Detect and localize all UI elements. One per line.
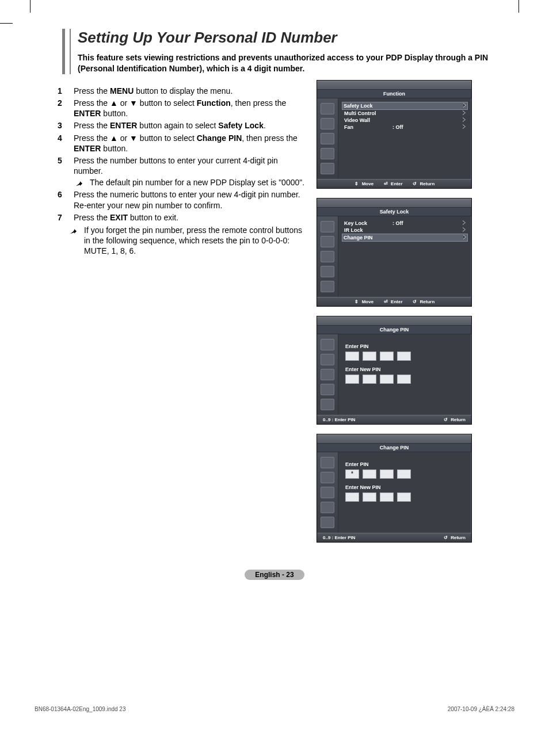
step-2: 2 Press the ▲ or ▼ button to select Func… xyxy=(58,98,305,119)
menu-icon xyxy=(321,266,334,277)
osd-menu-list: Key Lock: Off IR Lock Change PIN xyxy=(338,216,471,297)
arrow-right-icon xyxy=(463,227,466,233)
osd-titlebar xyxy=(317,198,471,208)
pin-digit-box xyxy=(397,469,411,479)
footer-return: ↺Return xyxy=(443,535,466,540)
pin-digit-box xyxy=(380,492,394,502)
indd-filename: BN68-01364A-02Eng_1009.indd 23 xyxy=(35,706,125,712)
footer-enter: ⏎Enter xyxy=(383,181,402,186)
return-icon: ↺ xyxy=(443,535,448,540)
tail-note: If you forget the pin number, press the … xyxy=(58,225,305,257)
pin-digit-box xyxy=(345,492,359,502)
intro-blurb: This feature sets viewing restrictions a… xyxy=(78,52,514,74)
menu-icon xyxy=(321,384,334,395)
menu-icon xyxy=(321,236,334,247)
osd-header: Change PIN xyxy=(317,326,471,334)
steps-list: 1 Press the MENU button to display the m… xyxy=(58,86,305,223)
enter-icon: ⏎ xyxy=(383,299,388,304)
enter-new-pin-boxes xyxy=(345,492,467,502)
pin-digit-box xyxy=(363,375,376,384)
step-5-note: The default pin number for a new PDP Dis… xyxy=(74,177,305,188)
enter-pin-boxes: * xyxy=(345,469,467,479)
enter-icon: ⏎ xyxy=(383,181,388,186)
timestamp: 2007-10-09 ¿ÀÈÄ 2:24:28 xyxy=(448,706,514,712)
osd-footer: 0..9 : Enter PIN ↺Return xyxy=(317,415,471,424)
instructions-column: 1 Press the MENU button to display the m… xyxy=(58,80,305,552)
updown-icon: ⇕ xyxy=(354,181,360,186)
pin-digit-box xyxy=(345,352,359,361)
osd-footer: ⇕Move ⏎Enter ↺Return xyxy=(317,297,471,306)
pin-digit-box xyxy=(363,469,376,479)
footer-enter-pin: 0..9 : Enter PIN xyxy=(323,417,355,422)
pin-digit-box xyxy=(397,492,411,502)
osd-titlebar xyxy=(317,81,471,90)
menu-item-safety-lock: Safety Lock xyxy=(342,102,468,110)
footer-return: ↺Return xyxy=(443,417,466,422)
menu-icon xyxy=(321,517,334,528)
step-4: 4 Press the ▲ or ▼ button to select Chan… xyxy=(58,133,305,154)
step-7: 7 Press the EXIT button to exit. xyxy=(58,212,305,223)
osd-icon-column xyxy=(317,216,338,297)
osd-titlebar xyxy=(317,434,471,444)
osd-header: Change PIN xyxy=(317,444,471,452)
footer-move: ⇕Move xyxy=(354,181,373,186)
pin-digit-box xyxy=(380,469,394,479)
pin-digit-box xyxy=(363,352,376,361)
osd-header: Function xyxy=(317,90,471,98)
note-arrow-icon xyxy=(74,178,85,189)
menu-icon xyxy=(321,118,334,129)
page-number: English - 23 xyxy=(35,569,514,580)
pin-digit-box xyxy=(397,352,411,361)
footer-return: ↺Return xyxy=(412,299,435,304)
osd-column: Function Safety Lock Multi Control Video… xyxy=(317,80,472,552)
return-icon: ↺ xyxy=(412,181,418,186)
menu-icon xyxy=(321,487,334,498)
footer-enter: ⏎Enter xyxy=(383,299,402,304)
step-5: 5 Press the number buttons to enter your… xyxy=(58,155,305,188)
pin-digit-box xyxy=(345,375,359,384)
menu-item-video-wall: Video Wall xyxy=(343,117,467,124)
pin-digit-box xyxy=(380,375,394,384)
note-arrow-icon xyxy=(68,226,79,258)
osd-pin-content: Enter PIN Enter New PIN xyxy=(338,334,471,415)
arrow-right-icon xyxy=(463,124,466,130)
arrow-right-icon xyxy=(463,235,466,240)
menu-icon xyxy=(321,221,334,232)
menu-item-change-pin: Change PIN xyxy=(342,234,468,242)
page: Setting Up Your Personal ID Number This … xyxy=(0,0,549,725)
menu-icon xyxy=(321,251,334,262)
menu-item-fan: Fan: Off xyxy=(343,124,467,131)
menu-item-key-lock: Key Lock: Off xyxy=(343,220,467,227)
step-3: 3 Press the ENTER button again to select… xyxy=(58,120,305,131)
footer-enter-pin: 0..9 : Enter PIN xyxy=(323,535,355,540)
osd-menu-list: Safety Lock Multi Control Video Wall Fan… xyxy=(338,98,471,179)
menu-icon xyxy=(321,148,334,159)
osd-safety-lock: Safety Lock Key Lock: Off IR Lock Change… xyxy=(317,198,472,307)
updown-icon: ⇕ xyxy=(354,299,360,304)
arrow-right-icon xyxy=(463,220,466,226)
pin-digit-box xyxy=(397,375,411,384)
menu-item-ir-lock: IR Lock xyxy=(343,227,467,234)
enter-new-pin-label: Enter New PIN xyxy=(345,484,467,490)
footer-move: ⇕Move xyxy=(354,299,373,304)
pin-digit-box xyxy=(380,352,394,361)
title-block: Setting Up Your Personal ID Number This … xyxy=(62,29,514,74)
osd-icon-column xyxy=(317,334,338,415)
osd-change-pin-entered: Change PIN Enter PIN * xyxy=(317,434,472,543)
menu-icon xyxy=(321,502,334,513)
step-1: 1 Press the MENU button to display the m… xyxy=(58,86,305,96)
enter-pin-boxes xyxy=(345,352,467,361)
osd-footer: 0..9 : Enter PIN ↺Return xyxy=(317,533,471,542)
osd-icon-column xyxy=(317,452,338,533)
enter-new-pin-boxes xyxy=(345,375,467,384)
osd-function: Function Safety Lock Multi Control Video… xyxy=(317,80,472,189)
return-icon: ↺ xyxy=(443,417,448,422)
imprint-footer: BN68-01364A-02Eng_1009.indd 23 2007-10-0… xyxy=(35,706,514,712)
osd-header: Safety Lock xyxy=(317,208,471,216)
arrow-right-icon xyxy=(463,110,466,116)
menu-item-multi-control: Multi Control xyxy=(343,110,467,117)
menu-icon xyxy=(321,103,334,114)
menu-icon xyxy=(321,369,334,380)
menu-icon xyxy=(321,457,334,468)
enter-pin-label: Enter PIN xyxy=(345,343,467,349)
